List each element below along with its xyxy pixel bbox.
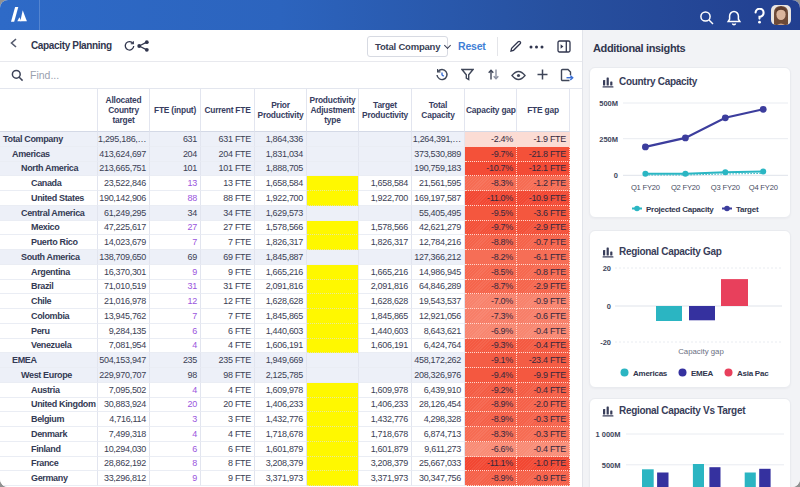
svg-text:Q3 FY20: Q3 FY20 (711, 183, 740, 192)
svg-text:Americas: Americas (633, 369, 668, 378)
svg-text:Q2 FY20: Q2 FY20 (671, 183, 700, 192)
svg-text:500M: 500M (599, 99, 618, 108)
svg-text:500M: 500M (602, 461, 621, 470)
svg-text:20: 20 (603, 264, 611, 273)
svg-text:Target: Target (736, 205, 759, 214)
svg-text:EMEA: EMEA (691, 369, 714, 378)
svg-text:Asia Pac: Asia Pac (737, 369, 769, 378)
svg-text:250M: 250M (599, 135, 618, 144)
svg-text:Projected Capacity: Projected Capacity (646, 205, 714, 214)
svg-text:0: 0 (614, 171, 618, 180)
svg-text:-20: -20 (600, 338, 611, 347)
svg-text:Q1 FY20: Q1 FY20 (631, 183, 660, 192)
svg-text:0: 0 (607, 302, 611, 311)
svg-text:Capacity gap: Capacity gap (678, 347, 724, 356)
svg-text:Q4 FY20: Q4 FY20 (749, 183, 778, 192)
svg-text:1 000M: 1 000M (595, 430, 620, 439)
